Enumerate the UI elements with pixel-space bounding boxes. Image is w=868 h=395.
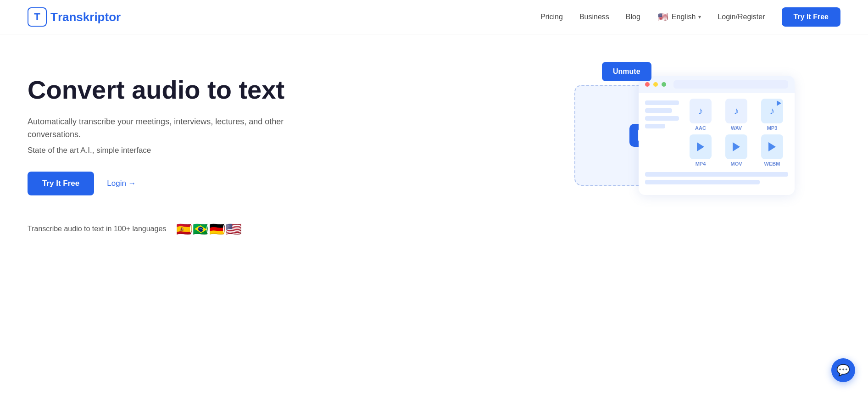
text-lines-left (645, 100, 679, 167)
flag-english: 🇺🇸 (223, 218, 244, 239)
play-triangle-icon (768, 142, 776, 151)
hero-cta-button[interactable]: Try It Free (28, 172, 94, 195)
file-item-wav: ♪ WAV (720, 99, 752, 131)
language-flag: 🇺🇸 (657, 11, 669, 23)
file-icon-webm (761, 134, 783, 159)
file-label-webm: WEBM (764, 161, 780, 167)
nav-pricing[interactable]: Pricing (540, 13, 563, 21)
browser-body: ♪ AAC ♪ WAV ♪ (639, 93, 795, 172)
hero-illustration: Unmute (574, 62, 840, 259)
play-triangle-icon (777, 100, 781, 106)
hero-subtitle1: Automatically transcribe your meetings, … (28, 115, 303, 142)
file-label-mp4: MP4 (696, 161, 706, 167)
nav-business[interactable]: Business (579, 13, 609, 21)
music-note-icon: ♪ (770, 105, 775, 117)
logo[interactable]: T Transkriptor (28, 7, 121, 27)
bottom-text-lines (639, 172, 795, 191)
languages-text: Transcribe audio to text in 100+ languag… (28, 225, 166, 233)
play-triangle-icon (697, 142, 704, 151)
file-item-aac: ♪ AAC (684, 99, 717, 131)
browser-dot-red (645, 82, 650, 87)
text-line (645, 124, 665, 128)
file-icon-wav: ♪ (725, 99, 747, 123)
header-cta-button[interactable]: Try It Free (782, 7, 840, 27)
text-line (645, 108, 672, 113)
language-label: English (672, 13, 696, 21)
file-label-wav: WAV (731, 125, 742, 131)
hero-title: Convert audio to text (28, 76, 303, 104)
hero-subtitle2: State of the art A.I., simple interface (28, 146, 303, 155)
text-line (645, 172, 788, 177)
hero-left: Convert audio to text Automatically tran… (28, 62, 303, 239)
logo-text: Transkriptor (50, 10, 121, 24)
main-nav: Pricing Business Blog 🇺🇸 English ▾ Login… (540, 7, 840, 27)
text-line (645, 180, 760, 184)
play-triangle-icon (733, 142, 740, 151)
chevron-down-icon: ▾ (698, 14, 701, 20)
file-icon-aac: ♪ (690, 99, 712, 123)
browser-dot-green (662, 82, 666, 87)
file-icon-mp4 (690, 134, 712, 159)
logo-icon: T (28, 7, 47, 27)
login-register-link[interactable]: Login/Register (718, 13, 765, 21)
file-icon-mp3: ♪ (761, 99, 783, 123)
languages-row: Transcribe audio to text in 100+ languag… (28, 218, 303, 239)
text-line (645, 100, 679, 105)
file-label-mov: MOV (730, 161, 742, 167)
browser-addressbar (673, 80, 788, 89)
unmute-button[interactable]: Unmute (602, 62, 651, 81)
flags-group: 🇪🇸 🇧🇷 🇩🇪 🇺🇸 (173, 218, 244, 239)
file-label-mp3: MP3 (767, 125, 778, 131)
header: T Transkriptor Pricing Business Blog 🇺🇸 … (0, 0, 868, 34)
music-note-icon: ♪ (734, 105, 739, 117)
file-label-aac: AAC (695, 125, 706, 131)
file-icon-mov (725, 134, 747, 159)
file-item-mp3: ♪ MP3 (756, 99, 788, 131)
text-line (645, 116, 679, 121)
hero-section: Convert audio to text Automatically tran… (0, 34, 868, 310)
browser-topbar (639, 76, 795, 93)
browser-dot-yellow (653, 82, 658, 87)
nav-blog[interactable]: Blog (626, 13, 640, 21)
file-item-mov: MOV (720, 134, 752, 167)
hero-login-link[interactable]: Login → (107, 179, 136, 188)
language-selector[interactable]: 🇺🇸 English ▾ (657, 11, 701, 23)
file-grid: ♪ AAC ♪ WAV ♪ (684, 99, 788, 167)
browser-card: ♪ AAC ♪ WAV ♪ (639, 76, 795, 195)
music-note-icon: ♪ (698, 105, 703, 117)
file-item-webm: WEBM (756, 134, 788, 167)
file-item-mp4: MP4 (684, 134, 717, 167)
hero-actions: Try It Free Login → (28, 172, 303, 195)
